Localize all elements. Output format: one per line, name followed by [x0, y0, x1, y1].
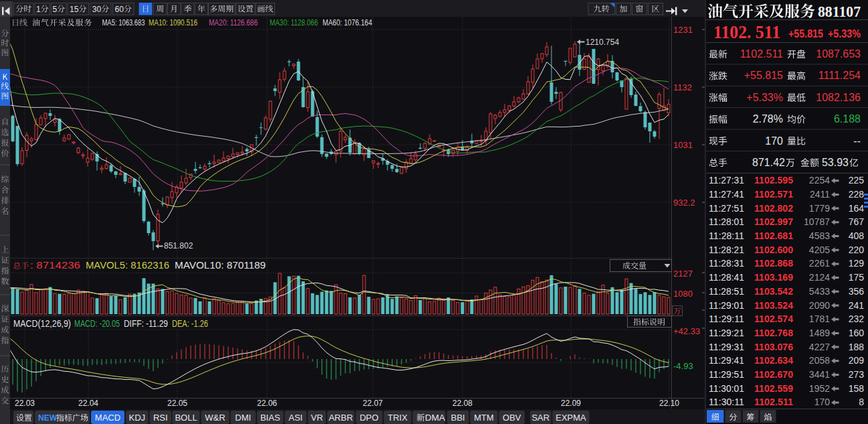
svg-text:ASI: ASI — [288, 413, 302, 423]
svg-text:1231: 1231 — [673, 25, 693, 35]
svg-text:175: 175 — [849, 272, 865, 283]
svg-text:1111.254: 1111.254 — [818, 70, 861, 81]
svg-text:11:27:41: 11:27:41 — [709, 189, 744, 200]
svg-text:11:27:31: 11:27:31 — [709, 175, 744, 186]
svg-text:22.05: 22.05 — [167, 399, 187, 408]
svg-text:EXPMA: EXPMA — [555, 413, 586, 423]
svg-text:8: 8 — [859, 397, 864, 407]
svg-text:1087.653: 1087.653 — [816, 48, 861, 60]
svg-text:408: 408 — [849, 230, 865, 241]
svg-text:22.04: 22.04 — [78, 399, 98, 408]
svg-text:1: 1 — [36, 5, 41, 14]
svg-text:11:30:01: 11:30:01 — [709, 383, 744, 394]
svg-text:11:28:51: 11:28:51 — [709, 286, 744, 297]
svg-text:1779: 1779 — [809, 203, 830, 214]
svg-text:MACD(12,26,9): MACD(12,26,9) — [13, 318, 71, 329]
svg-text:22.08: 22.08 — [452, 399, 472, 408]
svg-text:1210.754: 1210.754 — [586, 38, 619, 47]
svg-text:W&R: W&R — [205, 413, 225, 423]
svg-text:22.07: 22.07 — [363, 399, 383, 408]
svg-text:11:28:01: 11:28:01 — [709, 216, 744, 227]
svg-text:DPO: DPO — [359, 413, 378, 423]
svg-text:1102.868: 1102.868 — [754, 258, 793, 269]
svg-text:273: 273 — [849, 369, 865, 380]
svg-text:11:28:31: 11:28:31 — [709, 258, 744, 269]
svg-text:22.09: 22.09 — [561, 399, 581, 408]
svg-text:881107: 881107 — [818, 3, 861, 20]
svg-text:851.802: 851.802 — [164, 241, 193, 251]
svg-text:767: 767 — [849, 216, 865, 227]
svg-text:158: 158 — [849, 383, 865, 394]
svg-text:11:28:41: 11:28:41 — [709, 272, 744, 283]
svg-text:VR: VR — [311, 413, 323, 423]
svg-text:1102.595: 1102.595 — [754, 175, 793, 186]
svg-text:TRIX: TRIX — [387, 413, 408, 423]
svg-text:871.42: 871.42 — [752, 157, 785, 168]
svg-text:1102. 511: 1102. 511 — [713, 22, 780, 42]
svg-text:1103.169: 1103.169 — [754, 272, 793, 283]
svg-text:: 8714236: : 8714236 — [30, 259, 80, 271]
svg-text:11:29:31: 11:29:31 — [709, 342, 744, 352]
svg-text:220: 220 — [849, 244, 865, 255]
svg-text:22.06: 22.06 — [257, 399, 277, 408]
svg-text:MAVOL10: 8701189: MAVOL10: 8701189 — [175, 259, 266, 271]
svg-text:209: 209 — [849, 355, 865, 366]
svg-text:10787: 10787 — [804, 216, 830, 227]
svg-text:11:30:11: 11:30:11 — [709, 397, 744, 407]
svg-text:1080: 1080 — [673, 289, 693, 299]
svg-text:DIFF: -11.29: DIFF: -11.29 — [124, 318, 168, 329]
svg-text:DEA: -1.26: DEA: -1.26 — [172, 318, 208, 329]
svg-text:22.10: 22.10 — [659, 399, 679, 408]
svg-text:1102.681: 1102.681 — [754, 230, 793, 241]
svg-text:2254: 2254 — [809, 175, 830, 186]
svg-text:RSI: RSI — [153, 413, 168, 423]
svg-text:BIAS: BIAS — [260, 413, 280, 423]
svg-text:11:28:11: 11:28:11 — [709, 230, 744, 241]
svg-text:2.78%: 2.78% — [753, 113, 783, 125]
svg-text:NEW: NEW — [38, 413, 58, 423]
svg-text:1102.511: 1102.511 — [754, 397, 793, 407]
svg-text:11:29:01: 11:29:01 — [709, 300, 744, 311]
svg-text:-4.93: -4.93 — [673, 361, 693, 371]
svg-text:1781: 1781 — [809, 313, 830, 324]
svg-text:DMI: DMI — [235, 413, 251, 423]
svg-text:MTM: MTM — [474, 413, 494, 423]
svg-text:160: 160 — [849, 328, 865, 338]
svg-text:+5.33%: +5.33% — [828, 28, 861, 40]
svg-text:11:27:51: 11:27:51 — [709, 203, 744, 214]
svg-text:1103.076: 1103.076 — [754, 342, 793, 352]
svg-text:1102.574: 1102.574 — [754, 313, 793, 324]
svg-text:5: 5 — [52, 5, 57, 14]
svg-text:MA20: 1126.686: MA20: 1126.686 — [209, 18, 258, 27]
svg-text:232: 232 — [849, 313, 865, 324]
svg-text:MAVOL5: 8162316: MAVOL5: 8162316 — [86, 259, 169, 271]
svg-text:BOLL: BOLL — [175, 413, 197, 423]
svg-text:1102.997: 1102.997 — [754, 216, 793, 227]
svg-text:6.188: 6.188 — [834, 113, 861, 125]
svg-text:SAR: SAR — [531, 413, 549, 423]
svg-text:53.93: 53.93 — [822, 157, 849, 168]
svg-text:1102.600: 1102.600 — [754, 244, 793, 255]
svg-text:2124: 2124 — [809, 272, 830, 283]
svg-text:DMA: DMA — [425, 413, 445, 423]
svg-text:MA10: 1090.516: MA10: 1090.516 — [149, 18, 197, 27]
svg-text:1103.542: 1103.542 — [754, 286, 793, 297]
svg-text:2127: 2127 — [673, 269, 693, 279]
svg-text:11:29:41: 11:29:41 — [709, 355, 744, 366]
svg-text:1102.670: 1102.670 — [754, 369, 793, 380]
svg-text:4227: 4227 — [809, 342, 830, 352]
svg-text:2058: 2058 — [809, 355, 830, 366]
svg-text:1102.802: 1102.802 — [754, 203, 793, 214]
svg-text:KDJ: KDJ — [128, 413, 145, 423]
svg-text:MACD: MACD — [95, 413, 120, 423]
svg-text:241: 241 — [849, 300, 865, 311]
svg-text:2261: 2261 — [809, 258, 830, 269]
svg-text:+42.33: +42.33 — [673, 326, 700, 336]
svg-text:MA30: 1128.066: MA30: 1128.066 — [270, 18, 318, 27]
svg-text:356: 356 — [849, 286, 865, 297]
svg-text:170: 170 — [765, 135, 783, 147]
svg-text:+55.815: +55.815 — [788, 28, 823, 40]
svg-text:164: 164 — [849, 203, 865, 214]
svg-text:1102.559: 1102.559 — [754, 383, 793, 394]
svg-text:1952: 1952 — [809, 383, 830, 394]
